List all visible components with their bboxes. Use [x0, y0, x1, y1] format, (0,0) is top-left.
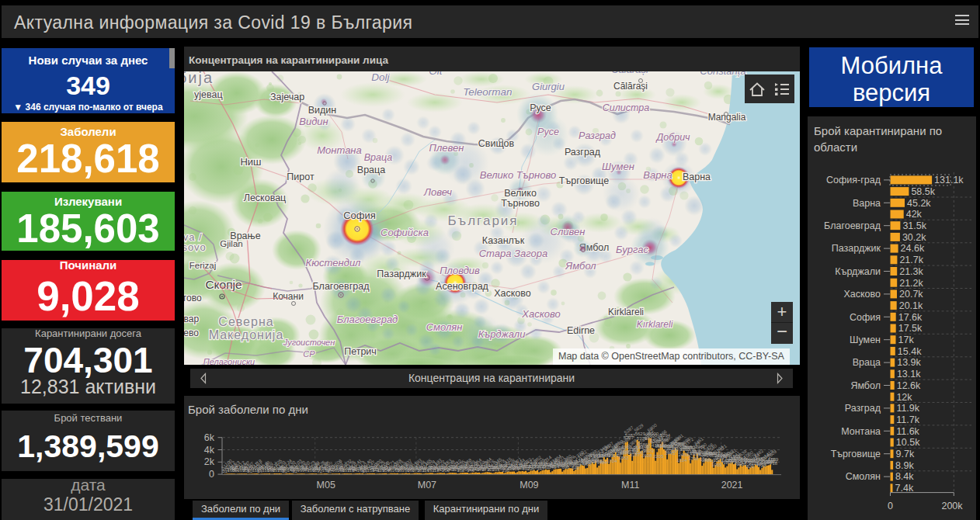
svg-text:Смолян: Смолян — [846, 471, 881, 482]
svg-text:0: 0 — [888, 501, 893, 511]
svg-text:Хасково: Хасково — [843, 289, 881, 300]
svg-text:21.2k: 21.2k — [899, 278, 923, 289]
svg-text:30.2k: 30.2k — [902, 232, 926, 243]
svg-text:10.5k: 10.5k — [896, 437, 920, 448]
svg-text:Монтана: Монтана — [841, 426, 881, 437]
svg-text:24.6k: 24.6k — [901, 243, 925, 254]
svg-text:17.5k: 17.5k — [898, 323, 923, 334]
svg-text:17k: 17k — [898, 335, 915, 345]
svg-text:11.6k: 11.6k — [896, 426, 919, 437]
svg-text:11.7k: 11.7k — [896, 414, 919, 425]
svg-text:15.4k: 15.4k — [898, 346, 922, 357]
svg-text:58.5k: 58.5k — [911, 186, 935, 197]
svg-text:21.7k: 21.7k — [899, 255, 923, 265]
svg-text:Варна: Варна — [853, 198, 881, 209]
svg-text:7.4k: 7.4k — [895, 483, 914, 494]
svg-text:17.6k: 17.6k — [898, 312, 923, 323]
svg-text:София: София — [850, 312, 881, 323]
svg-text:Разград: Разград — [845, 403, 881, 414]
svg-text:Благоевград: Благоевград — [824, 220, 881, 231]
svg-text:21.3k: 21.3k — [899, 266, 923, 277]
svg-text:13.9k: 13.9k — [897, 357, 921, 368]
svg-text:Ямбол: Ямбол — [850, 380, 881, 391]
svg-text:София-град: София-град — [826, 175, 881, 185]
svg-text:Шумен: Шумен — [850, 335, 881, 345]
svg-text:Пазарджик: Пазарджик — [832, 243, 881, 254]
svg-text:45.2k: 45.2k — [907, 198, 931, 209]
svg-text:20.1k: 20.1k — [899, 300, 923, 311]
svg-text:13.1k: 13.1k — [897, 369, 921, 380]
svg-text:8.4k: 8.4k — [895, 471, 914, 482]
svg-text:12.6k: 12.6k — [897, 380, 921, 391]
svg-text:Търговище: Търговище — [831, 449, 881, 459]
svg-text:9.7k: 9.7k — [896, 449, 915, 459]
svg-text:12k: 12k — [896, 392, 912, 403]
svg-text:Враца: Враца — [853, 357, 881, 368]
svg-text:131.1k: 131.1k — [934, 175, 964, 185]
svg-text:8.9k: 8.9k — [895, 460, 914, 471]
svg-text:Кърджали: Кърджали — [835, 266, 881, 277]
svg-text:20.7k: 20.7k — [899, 289, 923, 300]
svg-text:42k: 42k — [906, 209, 923, 220]
svg-text:200k: 200k — [941, 501, 963, 511]
svg-text:31.5k: 31.5k — [902, 220, 926, 231]
svg-text:11.9k: 11.9k — [896, 403, 919, 414]
